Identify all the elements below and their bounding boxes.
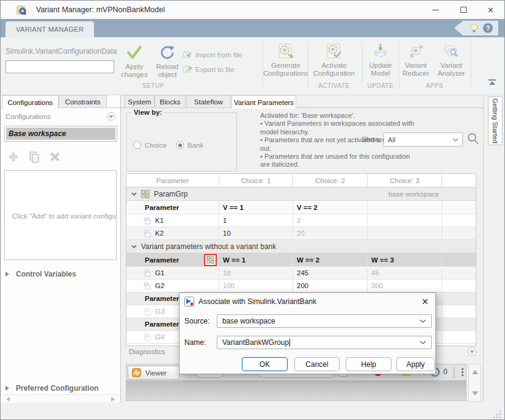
collapse-ribbon-icon[interactable]: [488, 79, 496, 86]
horizontal-scrollbar[interactable]: [1, 394, 120, 402]
dialog-close-icon[interactable]: ✕: [421, 297, 429, 306]
refresh-icon: [159, 43, 175, 62]
diagnostics-content: [126, 380, 466, 400]
update-model-button[interactable]: Update Model: [363, 42, 398, 78]
radio-selected-icon: [176, 141, 184, 149]
chevron-down-icon: [131, 245, 137, 248]
configurations-section-label: Configurations: [5, 113, 51, 120]
view-by-label: View by:: [131, 109, 164, 116]
column-header: Choice: 3: [368, 174, 442, 187]
configurations-panel: Configurations Constraints Configuration…: [1, 95, 121, 402]
tab-variant-parameters[interactable]: Variant Parameters: [231, 95, 296, 109]
cancel-button[interactable]: Cancel: [294, 357, 340, 371]
subheader-row-selected[interactable]: Parameter W == 1 W == 2 W == 3: [126, 253, 476, 267]
associate-variant-bank-dialog: Associate with Simulink.VariantBank ✕ So…: [179, 292, 436, 374]
radio-bank[interactable]: Bank: [176, 141, 203, 149]
radio-unselected-icon: [133, 141, 141, 149]
reload-object-button[interactable]: Reload object: [151, 43, 183, 79]
help-icon[interactable]: ?: [483, 23, 493, 33]
analyzer-icon: [443, 42, 459, 60]
associate-bank-button[interactable]: [204, 254, 217, 266]
variant-manager-window: Variant Manager: mVPNonBankModel ✕ VARIA…: [0, 0, 505, 420]
dialog-title: Associate with Simulink.VariantBank: [198, 297, 316, 306]
table-row[interactable]: G1 18 245 45: [126, 267, 476, 280]
preferred-configuration-section[interactable]: Preferred Configuration: [5, 384, 98, 393]
scroll-down-icon[interactable]: [472, 391, 478, 399]
group-row-no-bank[interactable]: Variant parameters without a variant ban…: [126, 240, 476, 253]
source-dropdown[interactable]: base workspace: [217, 314, 432, 328]
vertical-scrollbar[interactable]: [468, 364, 481, 402]
parameter-icon: [144, 230, 151, 237]
scroll-up-icon[interactable]: [472, 367, 478, 374]
chevron-down-icon: [452, 138, 459, 142]
config-data-input[interactable]: [5, 60, 114, 73]
subheader-row[interactable]: Parameter V == 1 V == 2: [126, 201, 476, 214]
maximize-button[interactable]: [449, 1, 477, 19]
window-title: Variant Manager: mVPNonBankModel: [36, 5, 165, 14]
show-label: Show:: [361, 136, 381, 143]
search-icon[interactable]: [467, 132, 480, 147]
column-header: Parameter: [126, 174, 219, 187]
parameter-icon: [144, 269, 151, 277]
show-filter-dropdown[interactable]: All: [383, 132, 463, 147]
tab-stateflow[interactable]: Stateflow: [186, 95, 231, 108]
section-menu-icon[interactable]: [107, 112, 115, 121]
scroll-left-icon[interactable]: [4, 397, 10, 402]
tab-constraints[interactable]: Constraints: [59, 95, 107, 108]
tab-configurations[interactable]: Configurations: [2, 95, 59, 109]
analyzer-icon-button[interactable]: Variant Analyzer: [434, 42, 469, 78]
ribbon-help-area: ?: [454, 21, 498, 35]
resize-grip-icon[interactable]: [493, 410, 501, 419]
delete-configuration-button[interactable]: [46, 149, 64, 165]
check-icon: [126, 43, 143, 62]
table-row[interactable]: G2 100 200 300: [126, 280, 476, 292]
export-to-file-button[interactable]: Export to file: [183, 65, 234, 73]
diagnostics-menu-icon[interactable]: [468, 347, 476, 356]
tab-system[interactable]: System: [125, 95, 154, 108]
viewer-icon: [132, 368, 141, 377]
source-label: Source:: [184, 317, 209, 325]
group-source: base workspace: [388, 190, 476, 198]
table-row[interactable]: K1 1 2: [126, 214, 476, 227]
variant-reducer-button[interactable]: Variant Reducer: [400, 42, 432, 78]
table-row[interactable]: K2 10 20: [126, 227, 476, 240]
import-from-file-button[interactable]: Import from file: [183, 51, 242, 59]
parameter-icon: [144, 217, 151, 225]
help-button[interactable]: Help: [346, 357, 391, 371]
generate-configurations-button[interactable]: Generate Configurations: [264, 42, 308, 78]
minimize-button[interactable]: [422, 1, 449, 19]
add-configuration-button[interactable]: [4, 149, 23, 165]
copy-configuration-button[interactable]: [25, 149, 43, 165]
expand-triangle-icon: [5, 272, 12, 277]
getting-started-tab[interactable]: Getting Started: [488, 96, 503, 145]
kebab-menu-icon[interactable]: [462, 368, 463, 376]
group-name: ParamGrp: [154, 190, 187, 198]
group-label-activate: ACTIVATE: [310, 82, 358, 89]
name-combobox[interactable]: VariantBankWGroup: [217, 336, 432, 349]
viewer-tab[interactable]: Viewer: [128, 366, 180, 380]
scroll-right-icon[interactable]: [111, 397, 117, 402]
close-button[interactable]: ✕: [477, 1, 504, 19]
dialog-title-bar: Associate with Simulink.VariantBank ✕: [180, 293, 435, 310]
activate-configuration-button[interactable]: Activate Configuration: [310, 42, 358, 78]
variant-configurations-list[interactable]: Click "Add" to add variant configu: [4, 170, 117, 260]
apply-changes-button[interactable]: Apply changes: [119, 43, 150, 79]
control-variables-section[interactable]: Control Variables: [5, 270, 76, 278]
selected-configuration-item[interactable]: Base workspace: [6, 128, 115, 140]
app-icon: [16, 5, 27, 15]
tab-blocks[interactable]: Blocks: [154, 95, 186, 108]
lightbulb-icon[interactable]: [470, 23, 478, 34]
variant-bank-icon: [141, 190, 150, 198]
radio-choice[interactable]: Choice: [133, 141, 167, 149]
diagnostics-label: Diagnostics: [129, 348, 165, 355]
group-label-apps: APPS: [400, 82, 469, 89]
apply-button[interactable]: Apply: [396, 357, 435, 371]
ok-button[interactable]: OK: [242, 357, 288, 371]
tab-variant-manager[interactable]: VARIANT MANAGER: [5, 21, 94, 37]
group-row-paramgrp[interactable]: ParamGrp base workspace: [126, 187, 476, 201]
group-label-setup: SETUP: [95, 82, 211, 89]
chevron-down-icon: [131, 192, 137, 196]
expand-triangle-icon: [5, 386, 12, 391]
configuration-list: Base workspace: [4, 126, 117, 142]
variant-bank-icon: [206, 256, 214, 264]
